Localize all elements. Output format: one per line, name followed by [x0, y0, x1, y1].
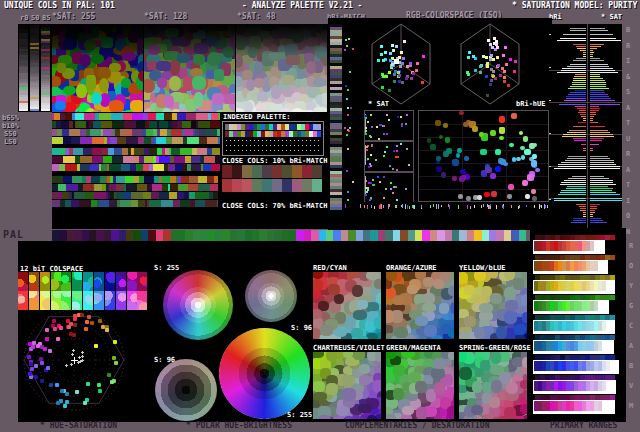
footer-polar-hue-brightness: * POLAR HUE-BRIGHTNESS	[186, 422, 292, 430]
pal-strip	[52, 230, 526, 241]
comp-green-magenta	[386, 352, 454, 419]
sat-48-label: *SAT: 48	[237, 13, 276, 21]
comp-red-cyan	[313, 272, 381, 339]
comp-label-chartreuse-violet: CHARTREUSE/VIOLET	[313, 345, 385, 352]
header-unique-cols: UNIQUE COLS IN PAL: 101	[4, 2, 115, 10]
footer-hue-saturation: * HUE-SATURATION	[40, 422, 117, 430]
footer-primary-ranges: PRIMARY RANGES	[550, 422, 617, 430]
ramp-label-85: 85	[42, 15, 50, 22]
row-label-s50: S50	[4, 131, 17, 138]
hue-cloud-255	[52, 24, 143, 112]
sat-scatter	[364, 110, 414, 202]
close-cols-70-label: CLOSE COLS: 70% bRi-MATCH	[222, 203, 327, 210]
spectrum-ticks	[345, 204, 551, 209]
header-saturation-model: * SATURATION MODEL: PURITY	[512, 2, 637, 10]
header-title: - ANALYZE PALETTE V2.21 -	[242, 2, 362, 10]
comp-label-spring-green-rose: SPRING-GREEN/ROSE	[459, 345, 531, 352]
primary-letters: ROYGCABVM	[628, 240, 638, 422]
polar-s255-b	[219, 328, 310, 419]
polar-label-s255-a: S: 255	[154, 265, 179, 272]
bri-hue-plot	[418, 110, 549, 202]
sat-255-label: *SAT: 255	[52, 13, 95, 21]
indexed-palette-box	[222, 121, 324, 156]
palette-analyzer-screen: { "header":{"unique_cols":"UNIQUE COLS I…	[0, 0, 640, 432]
comp-spring-green-rose	[459, 352, 527, 419]
close-cols-70-row	[222, 179, 323, 192]
comp-label-green-magenta: GREEN/MAGENTA	[386, 345, 441, 352]
row-label-b10: b10%	[2, 123, 19, 130]
gray-ramps	[19, 25, 50, 111]
comp-label-red-cyan: RED/CYAN	[313, 265, 347, 272]
hue-cloud-48	[236, 24, 327, 112]
polar-s255-a	[163, 270, 233, 340]
polar-s96-a	[245, 270, 297, 322]
vertical-axis-label: BRI&SATURATION	[626, 26, 638, 251]
close-cols-10-row	[222, 165, 323, 178]
bri-match-column	[330, 24, 354, 210]
ramp-label-50: 50	[31, 15, 39, 22]
row-label-l50: L50	[4, 139, 17, 146]
row-label-b65: b65%	[2, 115, 19, 122]
sat-128-label: *SAT: 128	[144, 13, 187, 21]
pal-label: PAL	[3, 231, 24, 239]
footer-complementaries: COMPLEMENTARIES / DESATURATION	[345, 422, 490, 430]
sat-axis-label: * SAT	[601, 14, 622, 21]
sat-plot-label: * SAT	[368, 101, 389, 108]
hue-cloud-128	[144, 24, 235, 112]
comp-orange-azure	[386, 272, 454, 339]
primary-ranges	[530, 228, 626, 421]
colspace-tiles	[18, 272, 148, 311]
close-cols-10-label: CLOSE COLS: 10% bRi-MATCH	[222, 158, 327, 165]
polar-label-s255-b: S: 255	[287, 412, 312, 419]
rgb-cube-plot	[352, 19, 552, 109]
bri-hue-plot-label: bRi-hUE	[516, 101, 546, 108]
ramp-label-r0: r0	[20, 15, 28, 22]
bri-sat-bars	[549, 24, 622, 229]
polar-label-s96-a: S: 96	[291, 325, 312, 332]
comp-chartreuse-violet	[313, 352, 381, 419]
polar-s96-b	[155, 359, 217, 421]
comp-label-orange-azure: ORANGE/AZURE	[386, 265, 437, 272]
indexed-palette-title: INDEXED PALETTE:	[223, 114, 290, 121]
comp-yellow-blue	[459, 272, 527, 339]
hue-sat-wheel	[22, 308, 126, 412]
comp-label-yellow-blue: YELLOW/bLUE	[459, 265, 505, 272]
